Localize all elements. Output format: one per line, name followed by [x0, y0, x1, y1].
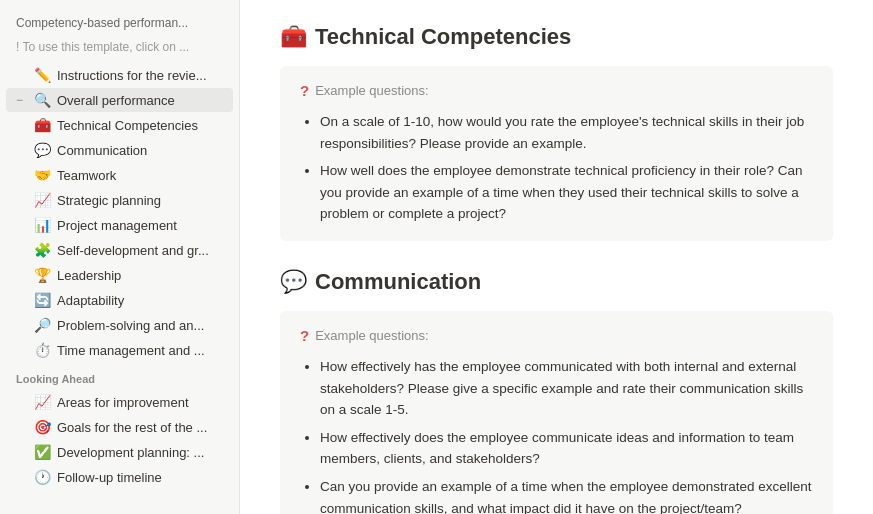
list-item: How effectively does the employee commun… — [320, 427, 813, 470]
sidebar-item-label: Self-development and gr... — [57, 243, 209, 258]
main-content: 🧰 Technical Competencies ? Example quest… — [240, 0, 873, 514]
section2-title: 💬 Communication — [280, 269, 833, 295]
list-item: How effectively has the employee communi… — [320, 356, 813, 421]
section1-question-box: ? Example questions: On a scale of 1-10,… — [280, 66, 833, 241]
section1-title: 🧰 Technical Competencies — [280, 24, 833, 50]
list-item: Can you provide an example of a time whe… — [320, 476, 813, 514]
adaptability-icon: 🔄 — [34, 292, 51, 308]
sidebar-item-label: Leadership — [57, 268, 121, 283]
sidebar-item-label: Overall performance — [57, 93, 175, 108]
leadership-icon: 🏆 — [34, 267, 51, 283]
sidebar-item-time[interactable]: ⏱️ Time management and ... — [6, 338, 233, 362]
strategic-icon: 📈 — [34, 192, 51, 208]
list-item: On a scale of 1-10, how would you rate t… — [320, 111, 813, 154]
looking-ahead-label: Looking Ahead — [0, 363, 239, 389]
sidebar-item-leadership[interactable]: 🏆 Leadership — [6, 263, 233, 287]
sidebar-item-label: Project management — [57, 218, 177, 233]
technical-icon: 🧰 — [34, 117, 51, 133]
sidebar-item-followup[interactable]: 🕐 Follow-up timeline — [6, 465, 233, 489]
section1-title-text: Technical Competencies — [315, 24, 571, 50]
sidebar-title: Competency-based performan... — [0, 12, 239, 38]
sidebar-item-problem[interactable]: 🔎 Problem-solving and an... — [6, 313, 233, 337]
section2-question-header: ? Example questions: — [300, 327, 813, 344]
sidebar-item-label: Time management and ... — [57, 343, 205, 358]
sidebar-item-selfdev[interactable]: 🧩 Self-development and gr... — [6, 238, 233, 262]
sidebar-item-adaptability[interactable]: 🔄 Adaptability — [6, 288, 233, 312]
section2: 💬 Communication ? Example questions: How… — [280, 269, 833, 514]
goals-icon: 🎯 — [34, 419, 51, 435]
sidebar-item-areas[interactable]: 📈 Areas for improvement — [6, 390, 233, 414]
sidebar-item-label: Technical Competencies — [57, 118, 198, 133]
sidebar-item-label: Adaptability — [57, 293, 124, 308]
section2-title-text: Communication — [315, 269, 481, 295]
sidebar-item-label: Instructions for the revie... — [57, 68, 207, 83]
sidebar-item-label: Goals for the rest of the ... — [57, 420, 207, 435]
sidebar-item-technical[interactable]: 🧰 Technical Competencies — [6, 113, 233, 137]
overall-icon: 🔍 — [34, 92, 51, 108]
time-icon: ⏱️ — [34, 342, 51, 358]
section2-question-box: ? Example questions: How effectively has… — [280, 311, 833, 514]
sidebar-item-goals[interactable]: 🎯 Goals for the rest of the ... — [6, 415, 233, 439]
sidebar-item-label: Follow-up timeline — [57, 470, 162, 485]
development-icon: ✅ — [34, 444, 51, 460]
sidebar-item-teamwork[interactable]: 🤝 Teamwork — [6, 163, 233, 187]
areas-icon: 📈 — [34, 394, 51, 410]
sidebar-subtitle: ! To use this template, click on ... — [0, 38, 239, 62]
sidebar-item-overall[interactable]: 🔍 Overall performance — [6, 88, 233, 112]
section1-emoji: 🧰 — [280, 24, 307, 50]
followup-icon: 🕐 — [34, 469, 51, 485]
selfdev-icon: 🧩 — [34, 242, 51, 258]
section1-q-icon: ? — [300, 82, 309, 99]
sidebar-item-label: Teamwork — [57, 168, 116, 183]
problem-icon: 🔎 — [34, 317, 51, 333]
sidebar-item-instructions[interactable]: ✏️ Instructions for the revie... — [6, 63, 233, 87]
project-icon: 📊 — [34, 217, 51, 233]
sidebar-item-label: Strategic planning — [57, 193, 161, 208]
section1-questions-list: On a scale of 1-10, how would you rate t… — [300, 111, 813, 225]
section2-emoji: 💬 — [280, 269, 307, 295]
sidebar-item-communication[interactable]: 💬 Communication — [6, 138, 233, 162]
section1-question-header: ? Example questions: — [300, 82, 813, 99]
section2-questions-label: Example questions: — [315, 328, 428, 343]
sidebar-item-project[interactable]: 📊 Project management — [6, 213, 233, 237]
sidebar-item-strategic[interactable]: 📈 Strategic planning — [6, 188, 233, 212]
section2-questions-list: How effectively has the employee communi… — [300, 356, 813, 514]
instructions-icon: ✏️ — [34, 67, 51, 83]
sidebar: Competency-based performan... ! To use t… — [0, 0, 240, 514]
sidebar-item-label: Communication — [57, 143, 147, 158]
section1-questions-label: Example questions: — [315, 83, 428, 98]
sidebar-item-label: Areas for improvement — [57, 395, 189, 410]
sidebar-item-label: Development planning: ... — [57, 445, 204, 460]
section2-q-icon: ? — [300, 327, 309, 344]
list-item: How well does the employee demonstrate t… — [320, 160, 813, 225]
sidebar-item-label: Problem-solving and an... — [57, 318, 204, 333]
teamwork-icon: 🤝 — [34, 167, 51, 183]
sidebar-item-development[interactable]: ✅ Development planning: ... — [6, 440, 233, 464]
communication-icon: 💬 — [34, 142, 51, 158]
